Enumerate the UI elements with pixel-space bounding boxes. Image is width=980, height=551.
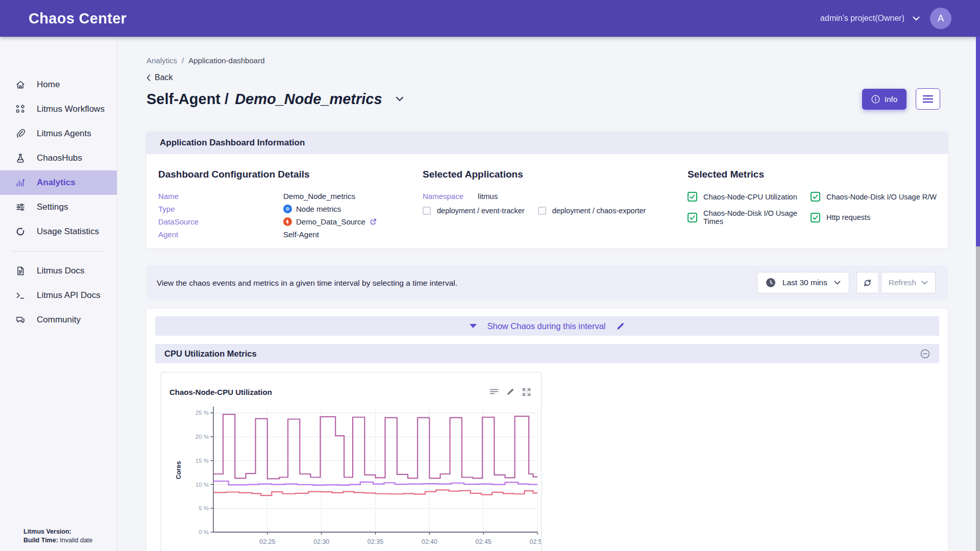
svg-text:20 %: 20 % (195, 434, 209, 440)
brand-title: Chaos Center (29, 10, 127, 27)
back-button[interactable]: Back (146, 73, 948, 82)
sidebar-divider (12, 251, 105, 252)
external-link-icon[interactable] (370, 218, 377, 226)
dashboard-info-panel: Application Dashboard Information Dashbo… (146, 132, 948, 248)
docs-icon (15, 265, 27, 277)
chart-expand-icon[interactable] (522, 388, 531, 396)
selected-metrics-title: Selected Metrics (688, 168, 948, 181)
sidebar-item-litmus-api-docs[interactable]: Litmus API Docs (0, 283, 117, 308)
build-time-label: Build Time: (23, 537, 58, 544)
breadcrumb-current[interactable]: Application-dashboard (188, 56, 264, 65)
project-name: admin's project(Owner) (820, 14, 904, 23)
metric-checkbox-cpu-utilization[interactable]: Chaos-Node-CPU Utilization (688, 192, 811, 202)
sidebar-item-community[interactable]: Community (0, 308, 117, 332)
home-icon (15, 79, 27, 90)
selected-metrics-column: Selected Metrics Chaos-Node-CPU Utilizat… (688, 168, 948, 241)
show-chaos-toggle[interactable]: Show Chaos during this interval (155, 316, 939, 336)
sidebar-item-label: Usage Statistics (37, 227, 99, 237)
sidebar-item-label: Litmus Agents (37, 129, 91, 139)
sidebar-item-analytics[interactable]: Analytics (0, 170, 117, 195)
breadcrumb: Analytics / Application-dashboard (146, 56, 948, 65)
time-range-value: Last 30 mins (782, 278, 827, 287)
settings-icon (15, 202, 27, 213)
svg-text:02:35: 02:35 (368, 538, 383, 545)
breadcrumb-separator: / (182, 56, 184, 65)
svg-text:0 %: 0 % (199, 529, 209, 535)
dashboard-menu-button[interactable] (916, 88, 940, 110)
api-docs-icon (15, 290, 27, 301)
config-row-datasource: DataSource Demo_Data_Source (158, 215, 423, 228)
scrollbar-thumb[interactable] (976, 37, 980, 246)
config-value: Demo_Data_Source (283, 217, 377, 226)
title-row: Self-Agent / Demo_Node_metrics Info (146, 88, 948, 110)
project-selector[interactable]: admin's project(Owner) (820, 14, 920, 23)
prometheus-icon (283, 217, 292, 226)
info-icon (871, 95, 880, 104)
chevron-down-icon (834, 281, 841, 285)
time-controls: Last 30 mins Refresh (757, 272, 936, 293)
time-range-dropdown[interactable]: Last 30 mins (757, 272, 849, 293)
edit-pencil-icon[interactable] (616, 322, 625, 331)
chart-title: Chaos-Node-CPU Utilization (169, 388, 272, 396)
application-checkbox-event-tracker[interactable]: deployment / event-tracker (423, 207, 525, 215)
svg-text:10 %: 10 % (195, 482, 209, 488)
agent-name: Self-Agent / (146, 91, 229, 108)
collapse-section-icon[interactable] (920, 349, 930, 359)
svg-text:25 %: 25 % (195, 410, 209, 416)
sidebar-item-label: Settings (37, 202, 68, 212)
metric-checkbox-disk-io-times[interactable]: Chaos-Node-Disk I/O Usage Times (688, 209, 811, 226)
time-interval-panel: View the chaos events and metrics in a g… (146, 266, 948, 299)
config-row-name: Name Demo_Node_metrics (158, 190, 423, 203)
checkbox-unchecked-icon (538, 207, 546, 215)
metric-checkbox-http-requests[interactable]: Http requests (811, 209, 948, 226)
sidebar-item-settings[interactable]: Settings (0, 195, 117, 219)
cpu-utilization-section-header: CPU Utilization Metrics (155, 344, 939, 363)
info-button[interactable]: Info (862, 89, 906, 110)
sidebar-item-home[interactable]: Home (0, 72, 117, 97)
sidebar-item-litmus-agents[interactable]: Litmus Agents (0, 121, 117, 146)
sidebar-item-label: Analytics (37, 178, 76, 188)
dashboard-info-panel-title: Application Dashboard Information (146, 132, 948, 154)
breadcrumb-analytics[interactable]: Analytics (146, 56, 177, 65)
clock-icon (766, 278, 776, 288)
refresh-interval-dropdown[interactable]: Refresh (881, 272, 936, 293)
checkbox-checked-icon (688, 192, 697, 202)
cpu-utilization-chart: 0 %5 %10 %15 %20 %25 %02:2502:3002:3502:… (169, 400, 542, 551)
sidebar-item-usage-statistics[interactable]: Usage Statistics (0, 219, 117, 244)
refresh-now-button[interactable] (856, 272, 879, 293)
sidebar-item-chaoshubs[interactable]: ChaosHubs (0, 146, 117, 170)
cpu-section-title: CPU Utilization Metrics (164, 349, 257, 359)
metrics-card: Show Chaos during this interval CPU Util… (146, 309, 948, 551)
svg-text:02:50: 02:50 (529, 538, 542, 545)
refresh-icon (862, 278, 873, 288)
config-value: Demo_Node_metrics (283, 192, 355, 201)
sidebar-item-label: ChaosHubs (37, 153, 82, 163)
svg-text:15 %: 15 % (195, 458, 209, 464)
agents-icon (15, 128, 27, 139)
version-info: Litmus Version: Build Time: Invalid date (23, 528, 92, 545)
avatar[interactable]: A (930, 8, 951, 29)
chart-menu-icon[interactable] (489, 388, 499, 396)
chart-edit-pencil-icon[interactable] (506, 388, 514, 396)
dashboard-switcher-caret[interactable] (396, 96, 404, 102)
checkbox-checked-icon (811, 213, 820, 222)
checkbox-checked-icon (811, 192, 820, 202)
chart-toolbar (489, 388, 531, 396)
selected-applications-column: Selected Applications Namespace litmus d… (423, 168, 688, 241)
sidebar-item-litmus-workflows[interactable]: Litmus Workflows (0, 97, 117, 121)
page-scrollbar[interactable] (976, 37, 980, 551)
config-label: Name (158, 192, 283, 201)
sidebar-item-label: Community (37, 315, 81, 325)
chart-header: Chaos-Node-CPU Utilization (169, 388, 531, 396)
svg-text:02:40: 02:40 (422, 538, 437, 545)
sidebar-item-label: Litmus Workflows (37, 104, 105, 114)
sidebar-item-litmus-docs[interactable]: Litmus Docs (0, 259, 117, 283)
application-checkbox-chaos-exporter[interactable]: deployment / chaos-exporter (538, 207, 646, 215)
metric-checkbox-disk-io-rw[interactable]: Chaos-Node-Disk I/O Usage R/W (811, 192, 948, 202)
config-label: Type (158, 205, 283, 213)
config-value: Node metrics (283, 205, 341, 213)
namespace-label: Namespace (423, 192, 463, 201)
page-title: Self-Agent / Demo_Node_metrics (146, 91, 382, 108)
dashboard-name: Demo_Node_metrics (235, 91, 382, 108)
back-label: Back (155, 73, 173, 82)
